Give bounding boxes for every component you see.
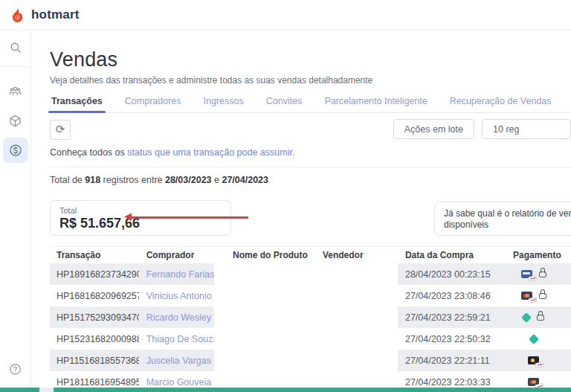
tab-parcelamento[interactable]: Parcelamento Inteligente: [323, 93, 428, 112]
hotmart-logo[interactable]: hotmart: [9, 7, 80, 24]
refresh-icon: ⟳: [56, 123, 65, 136]
summary-count: 918: [85, 175, 100, 185]
seller-cell: [312, 328, 398, 350]
brand-name: hotmart: [31, 7, 80, 22]
records-summary: Total de 918 registros entre 28/03/2023 …: [50, 175, 571, 185]
col-header-produto: Nome do Produto: [214, 247, 312, 263]
buyer-link[interactable]: Vinicius Antonio Godoy: [146, 291, 214, 301]
buyer-link[interactable]: Fernando Farias: [146, 269, 214, 280]
status-help-prefix: Conheça todos os: [50, 147, 127, 158]
scrollbar-thumb[interactable]: [0, 388, 39, 392]
transactions-table: Transação Comprador Nome do Produto Vend…: [50, 246, 571, 392]
col-header-transacao: Transação: [50, 247, 139, 263]
product-cell: [214, 285, 312, 306]
sidebar-item-search[interactable]: [3, 35, 28, 60]
card-mastercard-icon: [528, 378, 539, 386]
refresh-button[interactable]: ⟳: [50, 120, 71, 140]
report-promo-card[interactable]: Já sabe qual é o relatório de vendas ide…: [434, 202, 571, 236]
seller-cell: [312, 350, 398, 371]
card-visa-icon: [521, 270, 532, 278]
seller-cell: [312, 263, 398, 285]
product-cell: [214, 328, 312, 350]
lock-icon: [539, 271, 546, 277]
search-icon: [9, 41, 22, 54]
dollar-circle-icon: [8, 143, 23, 158]
boleto-icon: [535, 362, 543, 368]
purchase-date: 28/04/2023 00:23:15: [398, 263, 498, 285]
sidebar-item-help[interactable]: [3, 356, 28, 382]
seller-cell: [312, 306, 398, 328]
horizontal-scrollbar[interactable]: [0, 388, 571, 392]
table-row[interactable]: HP11516818557368 Juscelia Vargas Garcia …: [50, 350, 571, 371]
buyer-link[interactable]: Juscelia Vargas Garcia: [146, 356, 214, 366]
page-subtitle: Veja detalhes das transações e administr…: [50, 75, 571, 86]
seller-cell: [312, 285, 398, 306]
transaction-id: HP151752930934704: [50, 306, 139, 328]
boleto-icon: [528, 297, 537, 303]
pix-icon: [528, 333, 538, 344]
promo-line-2: disponíveis: [444, 219, 571, 231]
summary-connector: e: [212, 175, 222, 185]
transaction-id: HP16816820969257: [50, 285, 139, 306]
product-cell: [214, 306, 312, 328]
summary-middle: registros entre: [100, 175, 165, 185]
status-help-line: Conheça todos os status que uma transaçã…: [50, 147, 571, 158]
bulk-actions-button[interactable]: Ações em lote: [393, 119, 474, 139]
purchase-date: 27/04/2023 22:59:21: [398, 306, 498, 328]
sidebar-item-sales[interactable]: [3, 138, 28, 163]
col-header-vendedor: Vendedor: [312, 247, 398, 263]
page-title: Vendas: [50, 48, 571, 71]
promo-line-1: Já sabe qual é o relatório de vendas ide…: [444, 208, 571, 219]
scrollbar-thumb[interactable]: [54, 388, 571, 392]
sidebar-divider: [0, 66, 31, 67]
cube-icon: [8, 114, 22, 128]
flame-icon: [9, 7, 26, 24]
table-row[interactable]: HP18916823734290 Fernando Farias 28/04/2…: [50, 263, 571, 285]
product-cell: [214, 350, 312, 371]
cards-row: Total R$ 51.657,66 Já sabe qual é o rela…: [50, 200, 571, 236]
purchase-date: 27/04/2023 22:50:32: [398, 328, 498, 350]
people-icon: [8, 84, 22, 98]
table-row[interactable]: HP151752930934704 Ricardo Wesley Souza 2…: [50, 306, 571, 328]
transaction-id: HP11516818557368: [50, 350, 139, 371]
col-header-comprador: Comprador: [139, 247, 214, 263]
sidebar: [0, 30, 31, 392]
tab-compradores[interactable]: Compradores: [123, 93, 183, 112]
lock-icon: [539, 293, 546, 299]
product-cell: [214, 263, 312, 285]
total-card-label: Total: [59, 206, 222, 215]
col-header-data: Data da Compra: [398, 247, 498, 263]
transaction-id: HP152316820009888: [50, 328, 139, 350]
status-link[interactable]: status que uma transação pode assumir.: [127, 147, 294, 158]
per-page-dropdown[interactable]: 10 reg: [482, 119, 571, 139]
divider: [50, 167, 571, 167]
transaction-id: HP18916823734290: [50, 263, 139, 285]
purchase-date: 27/04/2023 23:08:46: [398, 285, 498, 306]
tab-transacoes[interactable]: Transações: [50, 93, 104, 112]
boleto-icon: [528, 275, 537, 282]
col-header-pagamento: Pagamento: [498, 247, 571, 263]
sidebar-item-products[interactable]: [3, 108, 28, 133]
toolbar: ⟳ Ações em lote 10 reg: [50, 119, 571, 140]
red-arrow-annotation: [127, 216, 248, 219]
buyer-link[interactable]: Thiago De Souza Brito: [146, 334, 214, 344]
question-circle-icon: [8, 362, 22, 376]
sidebar-item-audience[interactable]: [3, 78, 28, 103]
tab-recuperacao[interactable]: Recuperação de Vendas: [448, 93, 553, 112]
table-header-row: Transação Comprador Nome do Produto Vend…: [50, 246, 571, 263]
lock-icon: [537, 315, 544, 321]
tab-ingressos[interactable]: Ingressos: [202, 93, 245, 112]
summary-prefix: Total de: [50, 175, 85, 185]
card-elo-icon: [528, 356, 539, 364]
summary-end-date: 27/04/2023: [222, 175, 268, 185]
tab-bar: Transações Compradores Ingressos Convite…: [50, 93, 571, 113]
buyer-link[interactable]: Ricardo Wesley Souza: [146, 312, 214, 323]
buyer-link[interactable]: Marcio Gouveia: [146, 377, 212, 388]
table-row[interactable]: HP152316820009888 Thiago De Souza Brito …: [50, 328, 571, 350]
pix-icon: [521, 312, 532, 322]
table-row[interactable]: HP16816820969257 Vinicius Antonio Godoy …: [50, 285, 571, 306]
purchase-date: 27/04/2023 22:21:11: [398, 350, 498, 371]
main-content: Vendas Veja detalhes das transações e ad…: [32, 30, 571, 392]
tab-convites[interactable]: Convites: [265, 93, 304, 112]
card-mastercard-icon: [521, 292, 532, 300]
